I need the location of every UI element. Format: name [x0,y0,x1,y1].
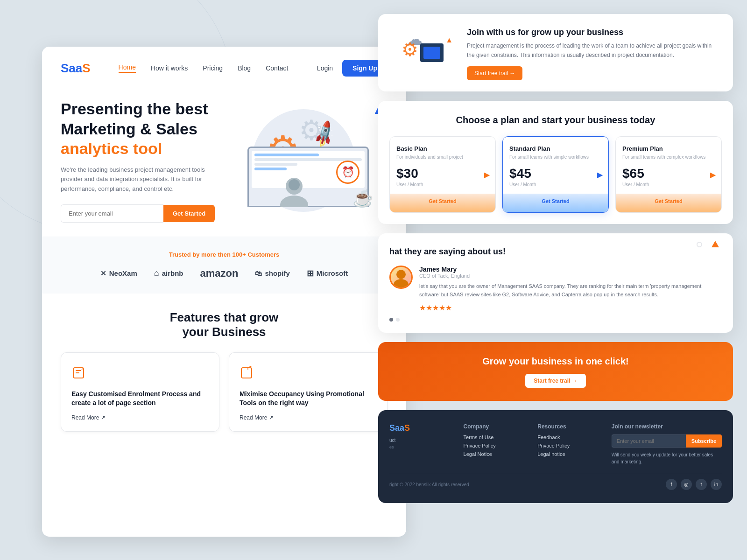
brand-neoxam: ✕ NeoXam [100,269,137,278]
cta-trail-button[interactable]: Start free trail → [525,374,585,388]
testimonial-card: hat they are saying about us! James Mary… [378,233,733,333]
footer-resources-link-2[interactable]: Privace Policy [537,443,598,448]
hero-description: We're the leading business project manag… [61,165,219,194]
person-icon [275,175,313,207]
feature-icon-2 [240,366,377,383]
footer-col-brand: SaaS uct es [389,423,450,465]
testimonial-body: let's say that you are the owner of Mana… [419,282,722,299]
right-panel: ☁ ⚙ ▲ Join with us for grow up your busi… [378,14,733,503]
footer-logo: SaaS [389,423,450,433]
footer-company-title: Company [464,423,524,430]
footer-newsletter-desc: Will send you weekly update for your bet… [612,451,722,465]
carousel-dots [389,318,722,322]
plan-standard-price: $45 [509,166,602,181]
testi-deco [697,241,719,249]
testimonial-stars: ★★★★★ [419,303,722,312]
plan-standard-cta[interactable]: Get Started [503,194,608,207]
newsletter-row: Subscribe [612,434,722,448]
hero-title-orange: analytics tool [61,140,162,157]
subscribe-button[interactable]: Subscribe [686,434,722,448]
plan-premium-desc: For small teams with complex workflows [622,154,715,161]
features-title-line1: Features that grow [170,310,279,324]
features-title: Features that grow your Business [61,310,388,339]
airbnb-icon: ⌂ [154,268,159,278]
get-started-button[interactable]: Get Started [163,205,215,222]
carousel-dot-2[interactable] [396,318,400,322]
plan-premium-cta[interactable]: Get Started [616,194,721,207]
nav-contact[interactable]: Contact [266,64,288,72]
features-section: Features that grow your Business Easy Cu… [42,294,406,441]
email-input[interactable] [61,204,163,223]
footer-newsletter-title: Join our newsletter [612,423,722,430]
plan-premium: Premium Plan For small teams with comple… [615,136,722,213]
carousel-dot-1[interactable] [389,318,393,322]
plan-standard-arrow: ▶ [597,170,603,179]
hero-title-line2: Marketing & Sales [61,120,197,138]
plan-basic-wave: Get Started [390,194,495,212]
newsletter-email-input[interactable] [612,434,686,448]
main-content-card: SaaS Home How it works Pricing Blog Cont… [42,47,406,537]
footer-company-link-2[interactable]: Privace Policy [464,443,524,448]
plan-standard: Standard Plan For small teams with simpl… [502,136,609,213]
nav-pricing[interactable]: Pricing [203,64,223,72]
plan-basic-period: User / Month [396,182,489,187]
testimonial-name: James Mary [419,266,722,273]
plan-premium-arrow: ▶ [710,170,716,179]
shopify-text: shopify [265,269,289,277]
footer-grid: SaaS uct es Company Terms of Use Privace… [389,423,722,465]
site-logo: SaaS [61,61,91,76]
start-free-trail-button[interactable]: Start free trail → [467,66,522,80]
logo-orange: S [82,61,90,75]
hero-title: Presenting the best Marketing & Sales an… [61,99,238,159]
testimonial-content: James Mary CEO of Tack, England let's sa… [419,266,722,312]
nav-home[interactable]: Home [119,63,136,73]
plan-premium-price: $65 [622,166,715,181]
feature-icon-1 [71,366,209,383]
pricing-card: Choose a plan and start your business to… [378,101,733,224]
testimonial-partial-text: hat they are saying about us! [389,246,722,257]
feature-card-title-1: Easy Customised Enrolment Process and cr… [71,390,209,408]
screen-bar-4 [254,168,287,170]
trusted-section: Trusted by more then 100+ Customers ✕ Ne… [42,237,406,294]
footer-company-link-1[interactable]: Terms of Use [464,434,524,440]
nav-blog[interactable]: Blog [238,64,251,72]
cta-title: Grow your business in one click! [389,355,722,367]
footer-copyright: right © 2022 benslik All rights reserved [389,482,469,487]
join-text: Join with us for grow up your business P… [467,27,719,80]
plan-premium-period: User / Month [622,182,715,187]
social-twitter-icon[interactable]: t [696,479,707,490]
feature-read-more-2[interactable]: Read More ↗ [240,414,377,421]
feature-card-1: Easy Customised Enrolment Process and cr… [61,352,219,432]
footer-resources-link-1[interactable]: Feedback [537,434,598,440]
brand-amazon: amazon [200,267,238,280]
social-facebook-icon[interactable]: f [666,479,677,490]
footer-bottom: right © 2022 benslik All rights reserved… [389,473,722,490]
feature-card-2: Miximise Occupancy Using Promotional Too… [229,352,388,432]
feature-card-title-2: Miximise Occupancy Using Promotional Too… [240,390,377,408]
brand-airbnb: ⌂ airbnb [154,268,183,278]
brand-microsoft: ⊞ Microsoft [307,268,348,279]
avatar [389,266,413,289]
footer-product-label: uct [389,438,450,443]
footer-company-link-3[interactable]: Legal Notice [464,451,524,457]
plan-standard-name: Standard Plan [509,145,602,152]
svg-rect-4 [241,368,252,378]
plan-basic-name: Basic Plan [396,145,489,152]
feature-read-more-1[interactable]: Read More ↗ [71,414,209,421]
social-instagram-icon[interactable]: ◎ [681,479,692,490]
amazon-text: amazon [200,267,238,280]
feature-cards: Easy Customised Enrolment Process and cr… [61,352,388,432]
plan-basic-desc: For individuals and small project [396,154,489,161]
trusted-label: Trusted by more then 100+ Customers [61,251,388,258]
join-card: ☁ ⚙ ▲ Join with us for grow up your busi… [378,14,733,91]
footer-resources-link-3[interactable]: Legal notice [537,451,598,457]
nav-how-it-works[interactable]: How it works [151,64,188,72]
plan-basic-cta[interactable]: Get Started [390,194,495,207]
plan-standard-wave: Get Started [503,194,608,212]
brand-shopify: 🛍shopify [255,269,289,277]
pricing-plans: Basic Plan For individuals and small pro… [389,136,722,213]
microsoft-icon: ⊞ [307,268,314,279]
social-linkedin-icon[interactable]: in [711,479,722,490]
login-button[interactable]: Login [317,64,333,72]
neoxam-icon: ✕ [100,269,106,278]
